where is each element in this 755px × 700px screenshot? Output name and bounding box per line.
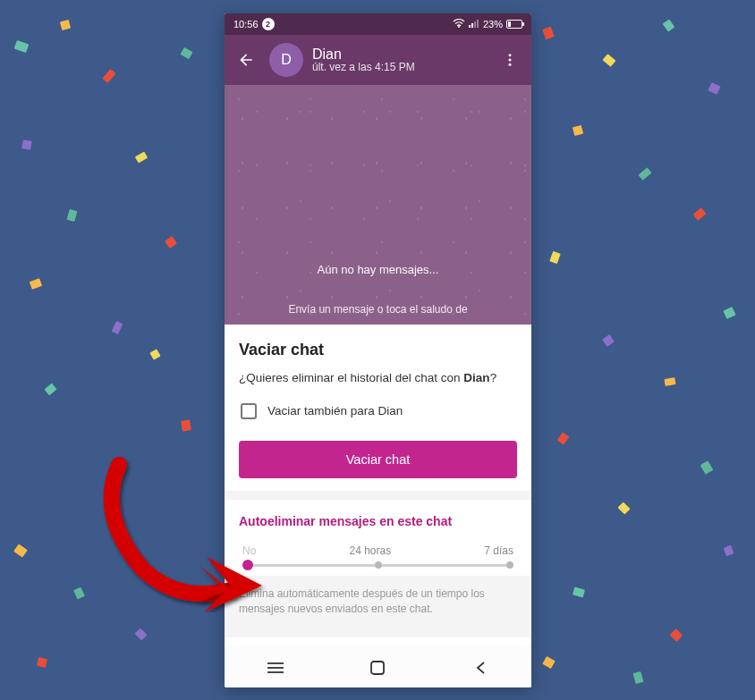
svg-rect-1 bbox=[469, 25, 471, 28]
slider-label-24h: 24 horas bbox=[349, 544, 391, 557]
wifi-icon bbox=[453, 19, 465, 30]
auto-delete-section: Autoeliminar mensajes en este chat No 24… bbox=[225, 500, 531, 576]
contact-last-seen: últ. vez a las 4:15 PM bbox=[312, 62, 487, 73]
auto-delete-slider[interactable] bbox=[246, 564, 510, 567]
back-button[interactable] bbox=[232, 46, 260, 74]
signal-icon bbox=[469, 19, 479, 30]
modal-question: ¿Quieres eliminar el historial del chat … bbox=[239, 370, 517, 387]
svg-rect-3 bbox=[474, 21, 476, 28]
contact-info[interactable]: Dian últ. vez a las 4:15 PM bbox=[312, 46, 487, 74]
contact-name: Dian bbox=[312, 46, 487, 63]
checkbox-label: Vaciar también para Dian bbox=[267, 404, 403, 417]
slider-tick-right bbox=[506, 561, 513, 569]
back-nav-button[interactable] bbox=[454, 654, 507, 682]
svg-point-6 bbox=[509, 59, 512, 62]
empty-chat-title: Aún no hay mensajes... bbox=[318, 263, 439, 276]
auto-delete-title: Autoeliminar mensajes en este chat bbox=[239, 514, 517, 528]
battery-icon bbox=[506, 20, 522, 29]
android-nav-bar bbox=[225, 646, 531, 687]
svg-point-5 bbox=[509, 54, 512, 56]
chat-header: D Dian últ. vez a las 4:15 PM bbox=[225, 35, 531, 85]
clear-chat-modal: Vaciar chat ¿Quieres eliminar el histori… bbox=[225, 325, 531, 491]
chat-body: Aún no hay mensajes... Envía un mensaje … bbox=[225, 85, 531, 325]
empty-chat-hint: Envía un mensaje o toca el saludo de bbox=[288, 303, 467, 316]
modal-title: Vaciar chat bbox=[239, 341, 517, 359]
slider-label-off: No bbox=[242, 544, 256, 557]
slider-tick-middle bbox=[375, 561, 382, 569]
auto-delete-note: Elimina automáticamente después de un ti… bbox=[225, 576, 531, 638]
svg-rect-11 bbox=[371, 662, 384, 674]
status-bar: 10:56 2 23% bbox=[225, 13, 531, 35]
svg-point-7 bbox=[509, 63, 512, 66]
section-divider bbox=[225, 491, 531, 500]
svg-point-0 bbox=[458, 26, 460, 28]
recents-button[interactable] bbox=[249, 654, 302, 682]
more-options-button[interactable] bbox=[496, 46, 524, 74]
clear-chat-button[interactable]: Vaciar chat bbox=[239, 441, 517, 478]
checkbox-icon bbox=[241, 403, 257, 419]
home-button[interactable] bbox=[351, 654, 404, 682]
avatar-letter: D bbox=[281, 52, 292, 68]
contact-avatar[interactable]: D bbox=[269, 43, 303, 77]
slider-thumb[interactable] bbox=[242, 560, 253, 570]
battery-text: 23% bbox=[483, 19, 503, 30]
slider-label-7d: 7 días bbox=[484, 544, 513, 557]
also-clear-for-contact-checkbox[interactable]: Vaciar también para Dian bbox=[239, 403, 517, 419]
status-time: 10:56 bbox=[233, 19, 259, 30]
slider-labels: No 24 horas 7 días bbox=[239, 544, 517, 557]
svg-rect-2 bbox=[471, 23, 473, 28]
notification-badge: 2 bbox=[262, 18, 275, 30]
phone-frame: 10:56 2 23% D Dian últ. vez a las 4:15 P… bbox=[225, 13, 531, 687]
svg-rect-4 bbox=[477, 20, 479, 28]
